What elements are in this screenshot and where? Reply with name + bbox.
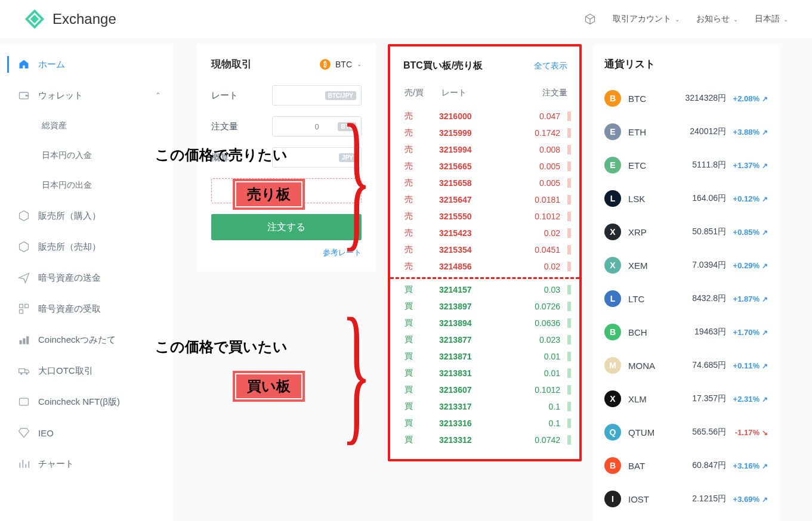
sidebar-item-label: 暗号資産の受取 — [38, 303, 101, 315]
currency-row-mona[interactable]: MMONA74.685円+0.11%↗ — [604, 349, 768, 382]
ob-side: 買 — [405, 284, 439, 295]
ob-depth-bar — [567, 212, 571, 221]
currency-row-xrp[interactable]: XXRP50.851円+0.85%↗ — [604, 215, 768, 249]
coin-icon: B — [604, 457, 621, 474]
coin-change: +2.08%↗ — [726, 94, 768, 103]
sidebar-item-8[interactable]: 暗号資産の受取 — [0, 293, 173, 324]
currency-row-eth[interactable]: EETH240012円+3.88%↗ — [604, 115, 768, 148]
currency-row-enj[interactable]: EENJ94.791円+2.12%↗ — [604, 516, 768, 521]
orderbook-row[interactable]: 買32138940.0636 — [390, 315, 579, 331]
orderbook-row[interactable]: 売32156470.0181 — [390, 191, 579, 208]
orderbook-row[interactable]: 買32133170.1 — [390, 398, 579, 415]
sidebar-item-7[interactable]: 暗号資産の送金 — [0, 262, 173, 293]
currency-row-qtum[interactable]: QQTUM565.56円-1.17%↘ — [604, 415, 768, 449]
currency-row-ltc[interactable]: LLTC8432.8円+1.87%↗ — [604, 282, 768, 315]
sidebar-item-9[interactable]: Coincheckつみたて — [0, 324, 173, 355]
ob-rate: 3216000 — [439, 111, 505, 121]
sidebar-item-3[interactable]: 日本円の入金 — [0, 141, 173, 170]
coin-price: 2.1215円 — [662, 494, 726, 504]
orderbook-row[interactable]: 売32154230.02 — [390, 225, 579, 241]
trend-arrow-icon: ↗ — [762, 295, 768, 303]
orderbook-row[interactable]: 売32156650.005 — [390, 158, 579, 175]
coin-price: 17.357円 — [662, 393, 726, 404]
orderbook-row[interactable]: 売32159990.1742 — [390, 125, 579, 141]
menu-news[interactable]: お知らせ ⌄ — [696, 14, 738, 24]
svg-rect-7 — [20, 310, 23, 314]
orderbook-row[interactable]: 売32156580.005 — [390, 175, 579, 191]
orderbook-columns: 売/買 レート 注文量 — [390, 80, 579, 108]
currency-row-bat[interactable]: BBAT60.847円+3.16%↗ — [604, 449, 768, 482]
orderbook-row[interactable]: 買32138770.023 — [390, 331, 579, 348]
coin-price: 74.685円 — [662, 360, 726, 371]
ob-depth-bar — [567, 145, 571, 154]
svg-rect-6 — [25, 305, 29, 308]
ob-amount: 0.1 — [505, 418, 566, 428]
ob-amount: 0.047 — [505, 111, 566, 121]
sidebar-item-10[interactable]: 大口OTC取引 — [0, 355, 173, 386]
orderbook-row[interactable]: 買32133160.1 — [390, 415, 579, 432]
sidebar-item-0[interactable]: ホーム — [0, 49, 173, 80]
orderbook-row[interactable]: 売32155500.1012 — [390, 208, 579, 225]
currency-list-title: 通貨リスト — [604, 57, 768, 71]
pair-selector[interactable]: ₿ BTC ⌄ — [320, 59, 362, 70]
sidebar-item-5[interactable]: 販売所（購入） — [0, 200, 173, 231]
sidebar-item-label: ホーム — [38, 59, 65, 70]
sidebar-item-4[interactable]: 日本円の出金 — [0, 170, 173, 200]
trend-arrow-icon: ↘ — [762, 429, 768, 437]
orderbook-row[interactable]: 売32148560.02 — [390, 258, 579, 275]
annotation-sell-text: この価格で売りたい — [155, 145, 288, 165]
orderbook-row[interactable]: 売32159940.008 — [390, 141, 579, 158]
orderbook-row[interactable]: 買32136070.1012 — [390, 382, 579, 398]
sidebar-item-12[interactable]: IEO — [0, 417, 173, 448]
menu-account[interactable]: 取引アカウント ⌄ — [613, 14, 680, 24]
brace-buy-icon: { — [341, 294, 371, 449]
sidebar-item-label: IEO — [38, 428, 54, 438]
orderbook-row[interactable]: 売32153540.0451 — [390, 241, 579, 258]
coin-change: +1.87%↗ — [726, 294, 768, 303]
currency-row-bch[interactable]: BBCH19463円+1.70%↗ — [604, 315, 768, 349]
orderbook-divider — [390, 277, 579, 279]
sidebar-item-13[interactable]: チャート — [0, 448, 173, 479]
orderbook-row[interactable]: 買32138970.0726 — [390, 298, 579, 315]
order-button[interactable]: 注文する — [211, 214, 362, 240]
orderbook-row[interactable]: 売32160000.047 — [390, 108, 579, 125]
ob-amount: 0.01 — [505, 352, 566, 361]
currency-row-etc[interactable]: EETC5111.8円+1.37%↗ — [604, 148, 768, 182]
menu-account-label: 取引アカウント — [613, 14, 671, 24]
rate-label: レート — [211, 90, 238, 101]
cube-icon[interactable] — [584, 13, 596, 25]
qty-input[interactable]: 0 BTC — [272, 116, 362, 137]
coin-symbol: LSK — [628, 194, 662, 204]
coin-symbol: XRP — [628, 227, 662, 237]
currency-row-xem[interactable]: XXEM7.0394円+0.29%↗ — [604, 249, 768, 282]
orderbook-title: BTC買い板/売り板 — [403, 60, 483, 72]
orderbook-row[interactable]: 買32138310.01 — [390, 365, 579, 382]
col-rate: レート — [441, 88, 507, 98]
sidebar-item-6[interactable]: 販売所（売却） — [0, 231, 173, 262]
sidebar-item-2[interactable]: 総資産 — [0, 111, 173, 141]
logo[interactable]: Exchange — [24, 8, 116, 30]
rate-input[interactable]: BTC/JPY — [272, 85, 362, 106]
ob-rate: 3215647 — [439, 195, 505, 204]
sidebar-item-1[interactable]: ウォレット⌃ — [0, 80, 173, 111]
ob-rate: 3213831 — [439, 368, 505, 378]
ob-depth-bar — [567, 318, 571, 328]
orderbook-row[interactable]: 買32138710.01 — [390, 348, 579, 365]
reference-rate-link[interactable]: 参考レート — [211, 247, 362, 258]
currency-row-xlm[interactable]: XXLM17.357円+2.31%↗ — [604, 382, 768, 415]
orderbook-show-all[interactable]: 全て表示 — [534, 61, 567, 72]
orderbook-row[interactable]: 買32133120.0742 — [390, 432, 579, 448]
coin-symbol: XEM — [628, 260, 662, 271]
ob-side: 買 — [405, 334, 439, 345]
currency-row-btc[interactable]: BBTC3214328円+2.08%↗ — [604, 82, 768, 115]
svg-rect-4 — [26, 95, 29, 97]
sidebar-item-11[interactable]: Coincheck NFT(β版) — [0, 386, 173, 417]
coin-price: 3214328円 — [662, 93, 726, 104]
menu-language[interactable]: 日本語 ⌄ — [755, 14, 788, 24]
orderbook-row[interactable]: 買32141570.03 — [390, 281, 579, 298]
pair-label: BTC — [335, 60, 352, 69]
ob-amount: 0.1012 — [505, 212, 566, 221]
currency-row-iost[interactable]: IIOST2.1215円+3.69%↗ — [604, 482, 768, 516]
currency-row-lsk[interactable]: LLSK164.06円+0.12%↗ — [604, 182, 768, 215]
ob-depth-bar — [567, 385, 571, 395]
